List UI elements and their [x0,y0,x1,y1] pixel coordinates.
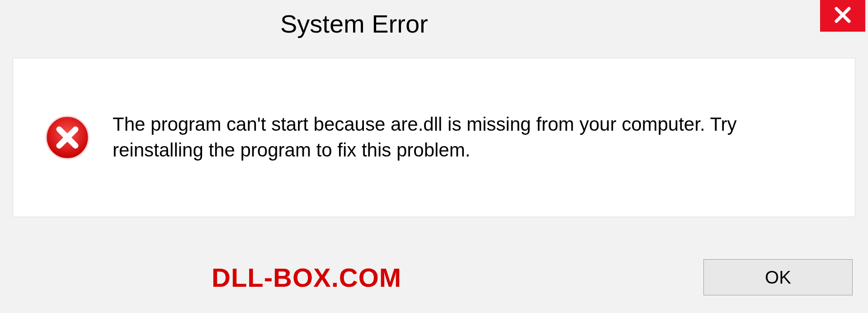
dialog-content: The program can't start because are.dll … [13,58,855,217]
watermark-text: DLL-BOX.COM [212,262,401,293]
ok-button[interactable]: OK [703,259,853,295]
error-message: The program can't start because are.dll … [113,112,818,163]
close-button[interactable] [820,0,865,32]
title-bar: System Error [0,0,868,45]
ok-button-label: OK [765,267,791,288]
error-icon [40,115,94,160]
dialog-title: System Error [280,9,428,38]
close-icon [834,6,852,26]
dialog-footer: DLL-BOX.COM OK [13,252,855,302]
